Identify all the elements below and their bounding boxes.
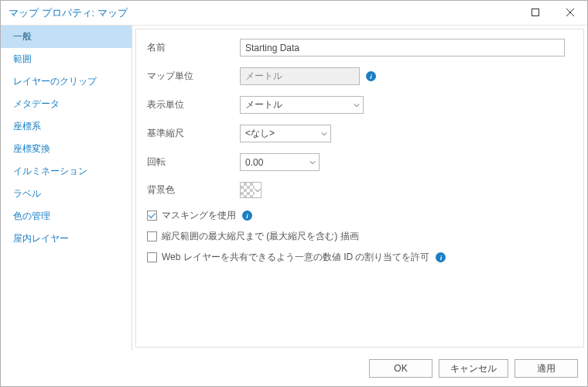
ok-button[interactable]: OK: [369, 359, 432, 378]
info-icon[interactable]: i: [436, 252, 446, 262]
row-chk-masking: マスキングを使用 i: [147, 209, 573, 222]
masking-checkbox[interactable]: [147, 211, 157, 221]
row-rotation: 回転 0.00: [147, 153, 573, 171]
ref-scale-label: 基準縮尺: [147, 127, 240, 140]
sidebar: 一般 範囲 レイヤーのクリップ メタデータ 座標系 座標変換 イルミネーション …: [1, 26, 132, 351]
sidebar-item-general[interactable]: 一般: [1, 26, 132, 48]
sidebar-item-extent[interactable]: 範囲: [1, 48, 132, 70]
bgcolor-picker[interactable]: [240, 182, 262, 198]
display-units-value: メートル: [245, 98, 282, 111]
row-map-units: マップ単位 メートル i: [147, 67, 573, 85]
row-ref-scale: 基準縮尺 <なし>: [147, 125, 573, 142]
chevron-down-icon: [354, 100, 360, 111]
ref-scale-select[interactable]: <なし>: [240, 125, 331, 142]
sidebar-item-metadata[interactable]: メタデータ: [1, 93, 132, 115]
chevron-down-icon: [309, 157, 316, 168]
chevron-down-icon: [321, 128, 327, 139]
map-units-value: メートル: [240, 67, 360, 85]
window-title: マップ プロパティ: マップ: [9, 6, 128, 20]
maximize-button[interactable]: [518, 1, 552, 25]
rotation-value: 0.00: [245, 157, 263, 168]
row-chk-drawscale: 縮尺範囲の最大縮尺まで (最大縮尺を含む) 描画: [147, 230, 573, 243]
close-button[interactable]: [552, 1, 587, 25]
sidebar-item-color-mgmt[interactable]: 色の管理: [1, 205, 132, 228]
sidebar-item-labels[interactable]: ラベル: [1, 183, 132, 205]
svg-rect-0: [532, 9, 538, 15]
display-units-select[interactable]: メートル: [240, 96, 364, 114]
title-bar: マップ プロパティ: マップ: [1, 1, 587, 26]
map-units-label: マップ単位: [147, 70, 240, 83]
display-units-label: 表示単位: [147, 98, 240, 111]
name-input[interactable]: [240, 39, 565, 57]
row-name: 名前: [147, 39, 573, 57]
masking-checkbox-label: マスキングを使用: [162, 209, 236, 222]
close-icon: [566, 8, 574, 19]
row-bgcolor: 背景色: [147, 182, 573, 198]
webids-checkbox-label: Web レイヤーを共有できるよう一意の数値 ID の割り当てを許可: [162, 251, 429, 264]
content-pane: 名前 マップ単位 メートル i 表示単位 メートル 基準縮尺: [132, 26, 587, 351]
info-icon[interactable]: i: [366, 71, 376, 81]
bgcolor-label: 背景色: [147, 183, 240, 197]
webids-checkbox[interactable]: [147, 252, 157, 262]
transparent-swatch-icon: [241, 183, 255, 197]
row-display-units: 表示単位 メートル: [147, 96, 573, 114]
dialog-footer: OK キャンセル 適用: [1, 351, 587, 386]
cancel-button[interactable]: キャンセル: [439, 359, 508, 378]
info-icon[interactable]: i: [242, 211, 252, 221]
sidebar-item-clip-layers[interactable]: レイヤーのクリップ: [1, 70, 132, 93]
row-chk-webids: Web レイヤーを共有できるよう一意の数値 ID の割り当てを許可 i: [147, 251, 573, 264]
sidebar-item-indoor-layers[interactable]: 屋内レイヤー: [1, 228, 132, 250]
chevron-down-icon: [255, 185, 261, 196]
dialog-body: 一般 範囲 レイヤーのクリップ メタデータ 座標系 座標変換 イルミネーション …: [1, 26, 587, 351]
name-label: 名前: [147, 41, 240, 54]
sidebar-item-coord-system[interactable]: 座標系: [1, 115, 132, 138]
ref-scale-value: <なし>: [245, 127, 275, 140]
drawscale-checkbox[interactable]: [147, 231, 157, 241]
apply-button[interactable]: 適用: [514, 359, 578, 378]
rotation-label: 回転: [147, 156, 240, 169]
sidebar-item-transformation[interactable]: 座標変換: [1, 138, 132, 160]
rotation-select[interactable]: 0.00: [240, 153, 320, 171]
dialog-window: マップ プロパティ: マップ 一般 範囲 レイヤーのクリップ メタデータ 座標系…: [0, 0, 588, 387]
form-area: 名前 マップ単位 メートル i 表示単位 メートル 基準縮尺: [135, 29, 584, 348]
sidebar-item-illumination[interactable]: イルミネーション: [1, 160, 132, 183]
maximize-icon: [532, 8, 539, 19]
drawscale-checkbox-label: 縮尺範囲の最大縮尺まで (最大縮尺を含む) 描画: [162, 230, 359, 243]
